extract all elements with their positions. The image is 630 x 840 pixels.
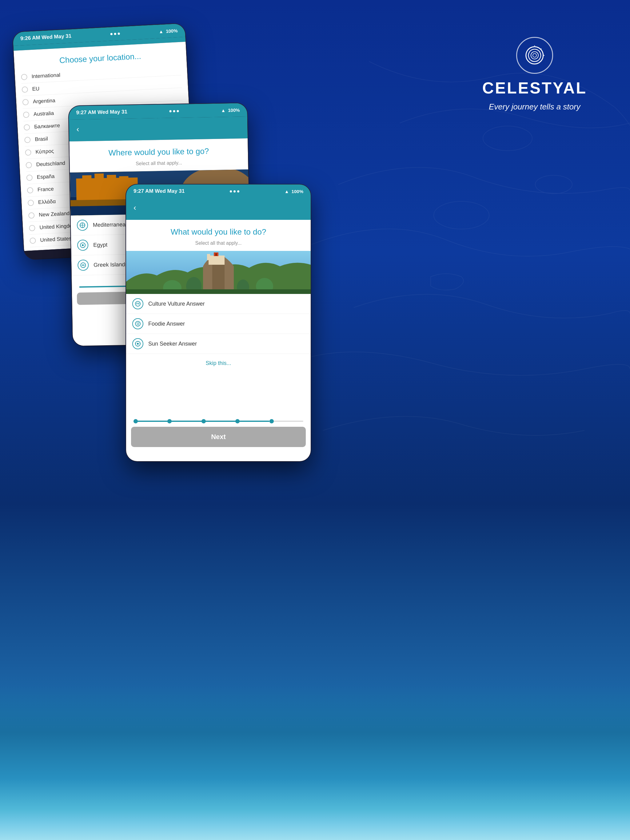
step-dot-2 [167, 419, 172, 423]
spacer [126, 373, 311, 416]
egypt-icon [77, 240, 89, 251]
svg-point-42 [135, 301, 140, 306]
svg-point-1 [535, 175, 572, 194]
svg-rect-41 [126, 289, 311, 294]
screen2-title: Where would you like to go? [69, 138, 248, 162]
label-international: International [32, 72, 60, 80]
radio-argentina[interactable] [22, 99, 28, 106]
label-espana: España [36, 174, 55, 180]
label-deutschland: Deutschland [36, 160, 65, 168]
status-dots-3 [230, 190, 239, 193]
status-bar-3: 9:27 AM Wed May 31 ▲ 100% [126, 185, 311, 198]
sun-seeker-label: Sun Seeker Answer [148, 341, 197, 347]
radio-brasil[interactable] [24, 137, 31, 143]
label-australia: Australia [33, 111, 54, 117]
svg-point-0 [483, 126, 532, 151]
radio-balkani[interactable] [24, 124, 30, 131]
greek-islands-icon [78, 259, 89, 271]
egypt-label: Egypt [93, 242, 108, 248]
header-bar-2: ‹ [69, 117, 248, 141]
radio-uk[interactable] [29, 225, 35, 231]
status-icons-1: ▲ 100% [159, 28, 178, 34]
radio-france[interactable] [27, 187, 33, 193]
option-sun[interactable]: Sun Seeker Answer [126, 334, 311, 354]
radio-kypros[interactable] [25, 149, 32, 156]
wifi-icon-2: ▲ [221, 107, 225, 113]
header-bar-3: ‹ [126, 198, 311, 220]
svg-rect-11 [95, 174, 104, 180]
svg-point-45 [137, 343, 139, 345]
battery-icon-3: 100% [291, 189, 303, 194]
svg-rect-13 [119, 176, 128, 183]
sun-icon [132, 338, 143, 349]
svg-rect-34 [207, 254, 210, 260]
svg-rect-36 [215, 253, 217, 256]
label-brasil: Brasil [35, 136, 48, 143]
step-dot-5 [269, 419, 274, 423]
destination-image-meteora [126, 251, 311, 294]
label-ellada: Ελλάδα [38, 199, 56, 206]
celestyal-logo: CELESTYAL Every journey tells a story [482, 37, 587, 112]
back-button-3[interactable]: ‹ [133, 203, 136, 212]
logo-icon [516, 37, 553, 74]
wifi-icon-3: ▲ [285, 189, 289, 194]
foodie-label: Foodie Answer [148, 321, 185, 327]
svg-rect-10 [82, 175, 91, 182]
next-button-3[interactable]: Next [131, 427, 306, 447]
step-dot-3 [201, 419, 206, 423]
svg-point-43 [135, 321, 140, 326]
radio-deutschland[interactable] [25, 162, 32, 168]
mediterranean-icon [77, 219, 88, 231]
foodie-icon [132, 318, 143, 329]
brand-name: CELESTYAL [482, 79, 587, 97]
svg-point-2 [434, 201, 489, 229]
culture-label: Culture Vulture Answer [148, 301, 204, 307]
radio-australia[interactable] [23, 112, 30, 118]
status-time-1: 9:26 AM Wed May 31 [20, 33, 72, 42]
step-dot-1 [133, 419, 138, 423]
status-time-3: 9:27 AM Wed May 31 [133, 188, 185, 194]
status-icons-2: ▲ 100% [221, 107, 240, 113]
label-argentina: Argentina [33, 98, 55, 105]
screen3-subtitle: Select all that apply... [126, 240, 311, 251]
label-balkani: Балканите [34, 123, 60, 130]
radio-us[interactable] [30, 237, 36, 244]
status-icons-3: ▲ 100% [285, 189, 303, 194]
back-button-2[interactable]: ‹ [76, 125, 79, 134]
brand-tagline: Every journey tells a story [489, 102, 581, 112]
option-culture[interactable]: Culture Vulture Answer [126, 294, 311, 314]
label-france: France [37, 186, 54, 193]
svg-line-4 [541, 49, 541, 49]
status-dots-1 [111, 32, 120, 35]
label-kypros: Κύπρος [35, 148, 54, 155]
screen3-title: What would you like to do? [126, 220, 311, 240]
label-eu: EU [32, 86, 40, 92]
svg-rect-33 [209, 256, 225, 265]
label-us: United States [40, 235, 72, 243]
svg-point-30 [82, 244, 84, 246]
radio-newzealand[interactable] [28, 212, 35, 219]
skip-link[interactable]: Skip this... [126, 354, 311, 373]
culture-icon [132, 298, 143, 309]
radio-international[interactable] [21, 74, 27, 80]
option-foodie[interactable]: Foodie Answer [126, 314, 311, 334]
battery-icon: 100% [166, 28, 178, 34]
progress-steps [126, 416, 311, 427]
greek-islands-label: Greek Islands [93, 261, 128, 268]
battery-icon-2: 100% [228, 107, 240, 113]
mediterranean-label: Mediterranean [93, 221, 128, 228]
step-dot-4 [235, 419, 240, 423]
ipad-screen-3: 9:27 AM Wed May 31 ▲ 100% ‹ What would y… [126, 185, 311, 461]
radio-ellada[interactable] [28, 199, 34, 206]
status-dots-2 [169, 110, 179, 112]
radio-eu[interactable] [22, 87, 28, 93]
status-time-2: 9:27 AM Wed May 31 [76, 109, 127, 116]
svg-point-31 [81, 262, 85, 267]
label-newzealand: New Zealand [39, 210, 70, 218]
wifi-icon: ▲ [159, 28, 164, 34]
svg-rect-12 [107, 175, 116, 181]
radio-espana[interactable] [26, 174, 33, 181]
